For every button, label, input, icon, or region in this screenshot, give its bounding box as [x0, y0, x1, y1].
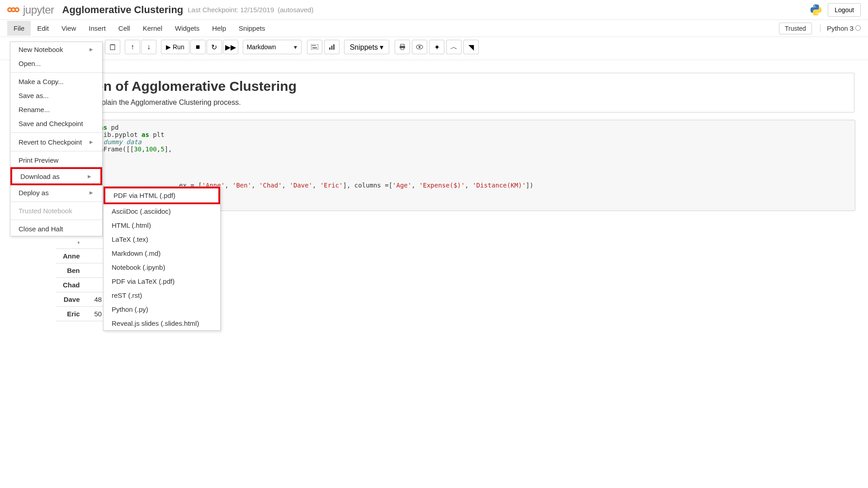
download-notebook[interactable]: Notebook (.ipynb) — [104, 260, 220, 274]
svg-rect-12 — [401, 48, 404, 50]
svg-rect-6 — [312, 47, 317, 48]
svg-rect-7 — [329, 47, 330, 50]
notebook-title[interactable]: Agglomerative Clustering — [62, 4, 184, 16]
preview-icon[interactable] — [412, 40, 427, 54]
run-label: Run — [173, 43, 184, 51]
file-save-as[interactable]: Save as... — [10, 89, 102, 103]
svg-point-14 — [419, 46, 420, 48]
up-caret-icon[interactable]: ︿ — [446, 40, 462, 54]
toolbar: ↑ ↓ ▶ Run ■ ↻ ▶▶ Markdown Snippets ▾ ✦ ︿… — [0, 37, 868, 60]
trusted-indicator[interactable]: Trusted — [779, 23, 812, 34]
download-python[interactable]: Python (.py) — [104, 302, 220, 316]
logo-text: jupyter — [23, 4, 54, 16]
keyboard-icon[interactable] — [307, 40, 322, 54]
svg-rect-9 — [333, 44, 335, 50]
svg-rect-5 — [315, 45, 316, 46]
svg-rect-2 — [311, 44, 318, 50]
download-rst[interactable]: reST (.rst) — [104, 288, 220, 302]
menu-edit[interactable]: Edit — [31, 21, 55, 36]
menu-kernel[interactable]: Kernel — [137, 21, 169, 36]
download-markdown[interactable]: Markdown (.md) — [104, 246, 220, 260]
move-up-button[interactable]: ↑ — [125, 40, 140, 54]
fast-forward-button[interactable]: ▶▶ — [223, 40, 238, 54]
heading-h1: rt Explanation of Agglomerative Clusteri… — [21, 79, 847, 94]
separator — [10, 220, 102, 220]
table-corner[interactable]: ♦ — [56, 235, 87, 249]
cell-type-select[interactable]: Markdown — [243, 40, 302, 54]
paste-button[interactable] — [105, 40, 120, 54]
menu-insert[interactable]: Insert — [82, 21, 112, 36]
kernel-name: Python 3 — [827, 24, 854, 32]
sparkle-icon[interactable]: ✦ — [429, 40, 444, 54]
download-reveal[interactable]: Reveal.js slides (.slides.html) — [104, 316, 220, 330]
download-pdf-latex[interactable]: PDF via LaTeX (.pdf) — [104, 274, 220, 288]
separator — [10, 132, 102, 133]
menubar: File Edit View Insert Cell Kernel Widget… — [0, 20, 868, 37]
tool-icon[interactable]: ◥ — [463, 40, 479, 54]
snippets-button[interactable]: Snippets ▾ — [344, 40, 390, 54]
logout-button[interactable]: Logout — [828, 3, 861, 17]
menu-file[interactable]: File — [7, 21, 31, 36]
download-pdf-html[interactable]: PDF via HTML (.pdf) — [104, 187, 220, 204]
separator — [10, 202, 102, 202]
chart-icon[interactable] — [324, 40, 340, 54]
menu-cell[interactable]: Cell — [112, 21, 137, 36]
svg-rect-10 — [401, 44, 404, 46]
paragraph: otebook, I would try to explain the Aggl… — [21, 99, 847, 107]
header: jupyter Agglomerative Clustering Last Ch… — [0, 0, 868, 20]
file-download-as[interactable]: Download as — [10, 167, 102, 185]
file-make-copy[interactable]: Make a Copy... — [10, 75, 102, 89]
print-icon[interactable] — [395, 40, 410, 54]
checkpoint-text: Last Checkpoint: 12/15/2019 — [188, 6, 274, 14]
menu-widgets[interactable]: Widgets — [169, 21, 206, 36]
autosaved-text: (autosaved) — [278, 6, 313, 14]
run-button[interactable]: ▶ Run — [161, 40, 189, 54]
svg-rect-3 — [312, 45, 313, 46]
menu-help[interactable]: Help — [206, 21, 232, 36]
file-open[interactable]: Open... — [10, 56, 102, 70]
kernel-indicator-group: Python 3 — [820, 24, 861, 32]
jupyter-logo[interactable]: jupyter — [7, 4, 54, 16]
svg-rect-1 — [110, 45, 115, 50]
menu-view[interactable]: View — [55, 21, 82, 36]
file-menu-dropdown: New Notebook Open... Make a Copy... Save… — [10, 42, 103, 236]
menu-snippets[interactable]: Snippets — [232, 21, 271, 36]
kernel-logo-icon — [810, 4, 822, 16]
file-close-halt[interactable]: Close and Halt — [10, 222, 102, 236]
file-deploy-as[interactable]: Deploy as — [10, 185, 102, 200]
separator — [10, 151, 102, 151]
download-latex[interactable]: LaTeX (.tex) — [104, 232, 220, 246]
file-revert[interactable]: Revert to Checkpoint — [10, 135, 102, 149]
download-asciidoc[interactable]: AsciiDoc (.asciidoc) — [104, 204, 220, 218]
file-print-preview[interactable]: Print Preview — [10, 153, 102, 167]
move-down-button[interactable]: ↓ — [141, 40, 156, 54]
restart-button[interactable]: ↻ — [207, 40, 222, 54]
markdown-cell[interactable]: rt Explanation of Agglomerative Clusteri… — [13, 72, 855, 113]
file-new-notebook[interactable]: New Notebook — [10, 42, 102, 56]
svg-rect-8 — [331, 46, 332, 50]
download-as-submenu: PDF via HTML (.pdf) AsciiDoc (.asciidoc)… — [103, 186, 221, 330]
file-trusted-notebook: Trusted Notebook — [10, 204, 102, 218]
kernel-idle-icon — [855, 25, 861, 31]
stop-button[interactable]: ■ — [190, 40, 206, 54]
download-html[interactable]: HTML (.html) — [104, 218, 220, 232]
svg-rect-4 — [313, 45, 314, 46]
file-save-checkpoint[interactable]: Save and Checkpoint — [10, 117, 102, 131]
file-rename[interactable]: Rename... — [10, 103, 102, 117]
jupyter-logo-icon — [7, 7, 19, 12]
separator — [10, 72, 102, 73]
